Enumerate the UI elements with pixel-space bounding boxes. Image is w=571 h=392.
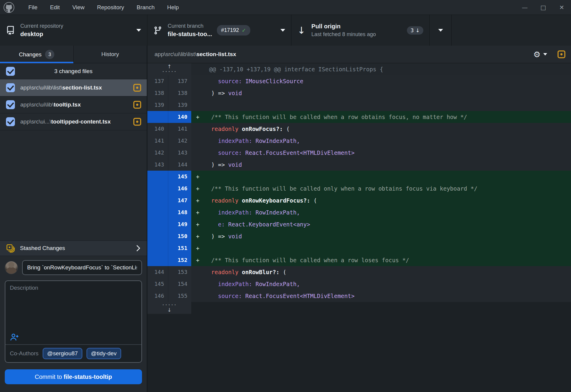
new-line-number[interactable]: 146: [168, 183, 191, 195]
coauthor-pill[interactable]: @tidy-dev: [87, 348, 121, 359]
new-line-number[interactable]: 151: [168, 242, 191, 254]
pull-origin-button[interactable]: ↓ Pull origin Last fetched 8 minutes ago…: [291, 15, 430, 46]
new-line-number[interactable]: 155: [168, 290, 191, 302]
old-line-number[interactable]: [147, 111, 168, 123]
menu: FileEditViewRepositoryBranchHelp: [22, 0, 185, 15]
diff-row: 145+: [147, 171, 571, 183]
pull-origin-title: Pull origin: [311, 23, 376, 30]
commit-summary-input[interactable]: [22, 260, 142, 275]
old-line-number[interactable]: 144: [147, 266, 168, 278]
old-line-number[interactable]: [147, 254, 168, 266]
old-line-number[interactable]: [147, 195, 168, 206]
pull-dropdown-button[interactable]: [430, 15, 452, 46]
pr-check-icon: ✓: [242, 27, 246, 33]
expand-up-button[interactable]: ↑·····: [147, 63, 191, 75]
menu-item-file[interactable]: File: [22, 4, 44, 10]
old-line-number[interactable]: [147, 230, 168, 242]
old-line-number[interactable]: 138: [147, 87, 168, 99]
diff-options-button[interactable]: ⚙: [533, 50, 547, 58]
stashed-changes-label: Stashed Changes: [20, 245, 65, 251]
new-line-number[interactable]: 152: [168, 254, 191, 266]
commit-description-input[interactable]: [5, 281, 141, 333]
menu-item-repository[interactable]: Repository: [91, 4, 130, 10]
new-line-number[interactable]: 139: [168, 99, 191, 111]
code-line: + /** This function will be called when …: [191, 254, 571, 266]
repo-icon: [6, 26, 15, 35]
maximize-icon: □: [541, 4, 546, 11]
new-line-number[interactable]: 149: [168, 218, 191, 230]
file-checkbox[interactable]: [6, 100, 15, 109]
avatar: [5, 261, 18, 274]
new-line-number[interactable]: 147: [168, 195, 191, 206]
coauthor-pill[interactable]: @sergiou87: [43, 348, 82, 359]
branch-selector[interactable]: Current branch file-status-too... #17192…: [147, 15, 291, 46]
new-line-number[interactable]: 150: [168, 230, 191, 242]
file-checkbox[interactable]: [6, 117, 15, 126]
add-coauthor-button[interactable]: [5, 333, 19, 344]
file-row[interactable]: app\src\ui...\tooltipped-content.tsx: [0, 113, 147, 130]
new-line-number[interactable]: 148: [168, 206, 191, 218]
minimize-button[interactable]: —: [516, 0, 534, 15]
commit-button[interactable]: Commit to file-status-tooltip: [5, 369, 142, 384]
code-line: + /** This function will be called when …: [191, 111, 571, 123]
minimize-icon: —: [522, 4, 528, 11]
new-line-number[interactable]: 140: [168, 111, 191, 123]
diff-marker: +: [191, 218, 204, 230]
new-line-number[interactable]: 137: [168, 75, 191, 87]
modified-status-icon: [133, 118, 141, 126]
old-line-number[interactable]: 142: [147, 147, 168, 159]
window-controls: —□✕: [516, 0, 571, 15]
diff-row: 140+ /** This function will be called wh…: [147, 111, 571, 123]
close-button[interactable]: ✕: [553, 0, 571, 15]
code-line: source: React.FocusEvent<HTMLDivElement>: [191, 147, 571, 159]
chevron-down-icon: [438, 29, 443, 32]
old-line-number[interactable]: [147, 242, 168, 254]
new-line-number[interactable]: 141: [168, 123, 191, 135]
old-line-number[interactable]: [147, 171, 168, 183]
diff-panel: app\src\ui\lib\list\section-list.tsx ⚙ ↑…: [147, 46, 571, 392]
old-line-number[interactable]: 140: [147, 123, 168, 135]
tab-history[interactable]: History: [74, 46, 147, 63]
diff-row: 146+ /** This function will be called on…: [147, 183, 571, 195]
select-all-checkbox[interactable]: [6, 67, 15, 76]
old-line-number[interactable]: [147, 183, 168, 195]
file-row[interactable]: app\src\ui\lib\list\section-list.tsx: [0, 79, 147, 96]
new-line-number[interactable]: 153: [168, 266, 191, 278]
coauthors-label: Co-Authors: [10, 350, 38, 357]
code-line: [191, 99, 571, 111]
old-line-number[interactable]: 143: [147, 159, 168, 171]
old-line-number[interactable]: 139: [147, 99, 168, 111]
old-line-number[interactable]: [147, 206, 168, 218]
code-line: + /** This function will be called only …: [191, 183, 571, 195]
menu-item-edit[interactable]: Edit: [44, 4, 66, 10]
file-checkbox[interactable]: [6, 83, 15, 92]
changed-files-count: 3 changed files: [15, 68, 141, 75]
old-line-number[interactable]: 141: [147, 135, 168, 147]
repository-selector[interactable]: Current repository desktop: [0, 15, 147, 46]
expand-down-icon: ↓: [167, 308, 171, 313]
diff-row: 145154 indexPath: RowIndexPath,: [147, 278, 571, 290]
old-line-number[interactable]: 137: [147, 75, 168, 87]
maximize-button[interactable]: □: [534, 0, 553, 15]
old-line-number[interactable]: 145: [147, 278, 168, 290]
new-line-number[interactable]: 142: [168, 135, 191, 147]
menu-item-help[interactable]: Help: [161, 4, 185, 10]
file-row[interactable]: app\src\ui\lib\tooltip.tsx: [0, 96, 147, 113]
tab-changes[interactable]: Changes3: [0, 46, 74, 63]
new-line-number[interactable]: 145: [168, 171, 191, 183]
new-line-number[interactable]: 143: [168, 147, 191, 159]
diff-row: 139139: [147, 99, 571, 111]
new-line-number[interactable]: 138: [168, 87, 191, 99]
new-line-number[interactable]: 154: [168, 278, 191, 290]
diff-marker: +: [191, 230, 204, 242]
old-line-number[interactable]: 146: [147, 290, 168, 302]
menu-item-view[interactable]: View: [66, 4, 91, 10]
code-line: readonly onRowBlur?: (: [191, 266, 571, 278]
new-line-number[interactable]: 144: [168, 159, 191, 171]
last-fetched-text: Last fetched 8 minutes ago: [311, 31, 376, 38]
old-line-number[interactable]: [147, 218, 168, 230]
menu-item-branch[interactable]: Branch: [130, 4, 161, 10]
expand-down-button[interactable]: ·····↓: [147, 302, 191, 314]
stashed-changes-row[interactable]: Stashed Changes: [0, 240, 147, 256]
diff-row: 137137 source: IMouseClickSource: [147, 75, 571, 87]
